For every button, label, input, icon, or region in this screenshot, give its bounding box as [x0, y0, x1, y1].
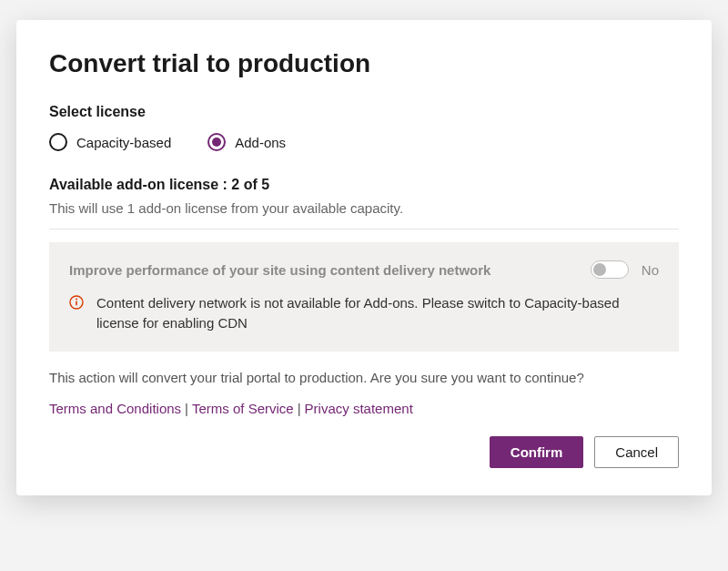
- divider: [49, 229, 679, 229]
- modal-title: Convert trial to production: [49, 49, 679, 78]
- toggle-knob-icon: [593, 263, 606, 276]
- svg-rect-2: [76, 301, 77, 306]
- select-license-label: Select license: [49, 104, 679, 120]
- legal-links: Terms and Conditions|Terms of Service|Pr…: [49, 401, 679, 416]
- license-radio-group: Capacity-based Add-ons: [49, 133, 679, 151]
- cdn-warning-text: Content delivery network is not availabl…: [96, 293, 659, 333]
- link-separator: |: [298, 401, 301, 416]
- dialog-button-row: Confirm Cancel: [49, 436, 679, 468]
- radio-addons-label: Add-ons: [235, 135, 286, 150]
- usage-description: This will use 1 add-on license from your…: [49, 200, 679, 216]
- cdn-toggle-row: Improve performance of your site using c…: [69, 260, 659, 279]
- terms-service-link[interactable]: Terms of Service: [192, 401, 294, 416]
- info-warning-icon: [69, 295, 84, 310]
- svg-point-1: [76, 299, 77, 301]
- cdn-info-box: Improve performance of your site using c…: [49, 242, 679, 352]
- radio-addons[interactable]: Add-ons: [207, 133, 286, 151]
- confirm-action-text: This action will convert your trial port…: [49, 368, 679, 389]
- confirm-button[interactable]: Confirm: [490, 436, 584, 468]
- cdn-warning-row: Content delivery network is not availabl…: [69, 293, 659, 333]
- cancel-button[interactable]: Cancel: [594, 436, 679, 468]
- available-license-count: Available add-on license : 2 of 5: [49, 177, 679, 193]
- cdn-toggle-label: Improve performance of your site using c…: [69, 262, 578, 278]
- terms-conditions-link[interactable]: Terms and Conditions: [49, 401, 181, 416]
- radio-capacity-based[interactable]: Capacity-based: [49, 133, 171, 151]
- convert-trial-modal: Convert trial to production Select licen…: [16, 20, 712, 495]
- link-separator: |: [185, 401, 188, 416]
- privacy-link[interactable]: Privacy statement: [305, 401, 413, 416]
- radio-capacity-label: Capacity-based: [76, 135, 171, 150]
- cdn-toggle[interactable]: [591, 260, 629, 279]
- radio-unchecked-icon: [49, 133, 67, 151]
- radio-checked-icon: [207, 133, 226, 151]
- radio-dot-icon: [212, 138, 221, 147]
- cdn-toggle-state: No: [642, 262, 659, 278]
